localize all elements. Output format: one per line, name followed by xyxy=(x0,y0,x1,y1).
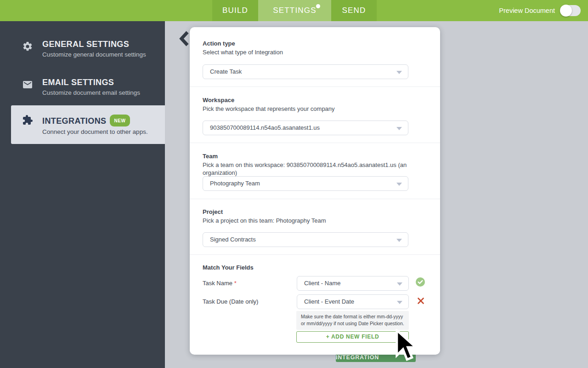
team-description: Pick a team on this workspace: 903850700… xyxy=(203,161,440,177)
action-type-value: Create Task xyxy=(210,68,242,75)
notification-dot-icon xyxy=(316,4,320,8)
task-name-select[interactable]: Client - Name xyxy=(297,276,409,291)
chevron-down-icon xyxy=(396,183,402,186)
task-due-select[interactable]: Client - Event Date xyxy=(297,294,409,309)
envelope-icon xyxy=(22,79,33,90)
sidebar-item-subtitle: Connect your document to other apps. xyxy=(42,128,148,136)
task-name-text: Task Name xyxy=(203,280,232,287)
sidebar-item-subtitle: Customize general document settings xyxy=(42,51,146,58)
toggle-knob xyxy=(560,5,572,17)
preview-document-toggle[interactable] xyxy=(560,5,581,16)
sidebar-item-title: GENERAL SETTINGS xyxy=(42,40,146,49)
mouse-cursor-icon xyxy=(394,329,417,364)
workspace-label: Workspace xyxy=(203,96,234,104)
settings-sidebar: GENERAL SETTINGS Customize general docum… xyxy=(0,21,165,368)
task-name-label: Task Name * xyxy=(203,279,237,287)
date-format-note: Make sure the date format is either mm-d… xyxy=(296,311,409,330)
chevron-down-icon xyxy=(396,71,402,74)
task-name-value: Client - Name xyxy=(304,280,340,287)
back-button[interactable] xyxy=(178,30,190,47)
workspace-value: 903850700089114.n54ao5.asanatest1.us xyxy=(210,124,320,131)
match-fields-title: Match Your Fields xyxy=(203,264,254,271)
gear-icon xyxy=(22,41,33,52)
preview-document-label: Preview Document xyxy=(499,7,555,14)
new-badge: NEW xyxy=(110,115,130,126)
project-label: Project xyxy=(203,208,223,216)
divider xyxy=(190,86,440,87)
workspace-select[interactable]: 903850700089114.n54ao5.asanatest1.us xyxy=(203,121,408,135)
divider xyxy=(190,254,440,255)
chevron-left-icon xyxy=(178,40,190,48)
top-bar: BUILD SETTINGS SEND Preview Document xyxy=(0,0,588,21)
action-type-label: Action type xyxy=(203,40,235,47)
team-select[interactable]: Photography Team xyxy=(203,176,408,191)
chevron-down-icon xyxy=(396,239,402,242)
task-due-label: Task Due (Date only) xyxy=(203,298,258,305)
tab-settings[interactable]: SETTINGS xyxy=(258,0,331,21)
project-select[interactable]: Signed Contracts xyxy=(203,232,408,247)
sidebar-item-title: EMAIL SETTINGS xyxy=(42,78,140,87)
divider xyxy=(190,143,440,143)
sidebar-item-integrations[interactable]: INTEGRATIONSNEW Connect your document to… xyxy=(11,105,165,144)
sidebar-item-text: GENERAL SETTINGS Customize general docum… xyxy=(42,40,146,58)
chevron-down-icon xyxy=(396,127,402,130)
action-type-select[interactable]: Create Task xyxy=(203,64,408,79)
puzzle-icon xyxy=(22,115,33,136)
team-value: Photography Team xyxy=(210,180,260,187)
valid-check-icon xyxy=(416,277,425,288)
workspace-description: Pick the workspace that represents your … xyxy=(203,105,335,113)
sidebar-item-subtitle: Customize document email settings xyxy=(42,89,140,97)
invalid-x-icon xyxy=(417,297,424,306)
chevron-down-icon xyxy=(397,282,402,286)
tab-settings-label: SETTINGS xyxy=(273,6,317,15)
sidebar-item-text: INTEGRATIONSNEW Connect your document to… xyxy=(42,115,148,136)
project-value: Signed Contracts xyxy=(210,236,256,243)
tab-strip: BUILD SETTINGS SEND xyxy=(212,0,377,21)
task-due-value: Client - Event Date xyxy=(304,298,354,305)
sidebar-item-title: INTEGRATIONSNEW xyxy=(42,115,148,126)
tab-send[interactable]: SEND xyxy=(331,0,377,21)
sidebar-item-email-settings[interactable]: EMAIL SETTINGS Customize document email … xyxy=(22,78,159,97)
team-label: Team xyxy=(203,152,218,160)
integration-settings-card: Action type Select what type of Integrat… xyxy=(190,27,440,355)
tab-build[interactable]: BUILD xyxy=(212,0,258,21)
main-content: COMPLETE INTEGRATION Action type Select … xyxy=(165,21,588,368)
integrations-title: INTEGRATIONS xyxy=(42,116,106,126)
app-window: BUILD SETTINGS SEND Preview Document GEN… xyxy=(0,0,588,368)
add-new-field-button[interactable]: + ADD NEW FIELD xyxy=(296,331,409,343)
sidebar-item-text: EMAIL SETTINGS Customize document email … xyxy=(42,78,140,97)
required-asterisk: * xyxy=(234,280,237,287)
divider xyxy=(190,199,440,199)
sidebar-item-inner: INTEGRATIONSNEW Connect your document to… xyxy=(22,115,161,136)
chevron-down-icon xyxy=(397,301,402,304)
action-type-description: Select what type of Integration xyxy=(203,48,283,56)
project-description: Pick a project on this team: Photography… xyxy=(203,217,326,224)
preview-document-control: Preview Document xyxy=(499,0,581,21)
sidebar-item-general-settings[interactable]: GENERAL SETTINGS Customize general docum… xyxy=(22,40,159,58)
